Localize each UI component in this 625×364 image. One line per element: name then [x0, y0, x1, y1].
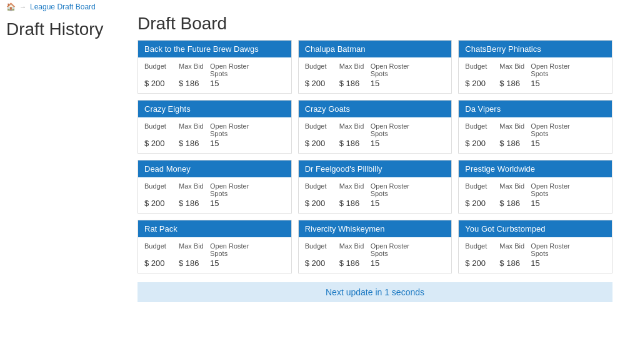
breadcrumb-link[interactable]: League Draft Board — [30, 2, 96, 11]
budget-value: $ 200 — [465, 79, 499, 88]
maxbid-value: $ 186 — [179, 258, 210, 268]
status-bar: Next update in 1 seconds — [138, 282, 612, 302]
budget-label: Budget — [465, 122, 499, 137]
openroster-value: 15 — [210, 258, 260, 268]
maxbid-value: $ 186 — [499, 199, 531, 208]
team-name: Da Vipers — [459, 101, 612, 117]
openroster-value: 15 — [210, 199, 260, 208]
team-card[interactable]: Dead Money Budget Max Bid Open Roster Sp… — [138, 160, 292, 214]
maxbid-value: $ 186 — [179, 199, 210, 208]
page-title: Draft History — [6, 19, 131, 40]
main-content: Draft Board Back to the Future Brew Dawg… — [131, 14, 619, 302]
maxbid-label: Max Bid — [499, 242, 531, 257]
stats-value-row: $ 200 $ 186 15 — [144, 258, 285, 268]
openroster-label: Open Roster Spots — [531, 242, 581, 257]
openroster-value: 15 — [210, 139, 260, 148]
team-body: Budget Max Bid Open Roster Spots $ 200 $… — [138, 237, 291, 273]
openroster-label: Open Roster Spots — [371, 242, 421, 257]
stats-label-row: Budget Max Bid Open Roster Spots — [305, 242, 446, 257]
openroster-label: Open Roster Spots — [210, 182, 260, 197]
team-body: Budget Max Bid Open Roster Spots $ 200 $… — [138, 57, 291, 93]
maxbid-label: Max Bid — [499, 62, 531, 77]
team-body: Budget Max Bid Open Roster Spots $ 200 $… — [299, 237, 452, 273]
team-body: Budget Max Bid Open Roster Spots $ 200 $… — [459, 57, 612, 93]
team-card[interactable]: Back to the Future Brew Dawgs Budget Max… — [138, 40, 292, 94]
team-name: Rat Pack — [138, 220, 291, 237]
stats-value-row: $ 200 $ 186 15 — [305, 199, 446, 208]
home-icon[interactable]: 🏠 — [6, 2, 16, 11]
budget-label: Budget — [465, 182, 499, 197]
budget-label: Budget — [305, 122, 339, 137]
team-name: Prestige Worldwide — [459, 160, 612, 177]
budget-label: Budget — [465, 62, 499, 77]
openroster-value: 15 — [371, 199, 421, 208]
openroster-label: Open Roster Spots — [531, 122, 581, 137]
openroster-label: Open Roster Spots — [531, 182, 581, 197]
openroster-label: Open Roster Spots — [371, 182, 421, 197]
openroster-value: 15 — [371, 258, 421, 268]
budget-value: $ 200 — [144, 139, 179, 148]
budget-value: $ 200 — [144, 258, 179, 268]
stats-value-row: $ 200 $ 186 15 — [144, 139, 285, 148]
openroster-label: Open Roster Spots — [210, 122, 260, 137]
team-name: Dead Money — [138, 160, 291, 177]
maxbid-value: $ 186 — [339, 258, 371, 268]
budget-value: $ 200 — [305, 139, 339, 148]
budget-value: $ 200 — [465, 258, 499, 268]
openroster-value: 15 — [210, 79, 260, 88]
stats-value-row: $ 200 $ 186 15 — [305, 258, 446, 268]
breadcrumb-bar: 🏠 → League Draft Board — [0, 0, 625, 14]
stats-value-row: $ 200 $ 186 15 — [465, 139, 606, 148]
maxbid-value: $ 186 — [339, 79, 371, 88]
budget-value: $ 200 — [305, 258, 339, 268]
budget-label: Budget — [144, 182, 179, 197]
maxbid-label: Max Bid — [339, 62, 371, 77]
maxbid-value: $ 186 — [499, 258, 531, 268]
stats-value-row: $ 200 $ 186 15 — [305, 79, 446, 88]
budget-label: Budget — [305, 62, 339, 77]
budget-label: Budget — [465, 242, 499, 257]
maxbid-label: Max Bid — [499, 182, 531, 197]
team-card[interactable]: Crazy Goats Budget Max Bid Open Roster S… — [298, 100, 452, 154]
team-card[interactable]: Chalupa Batman Budget Max Bid Open Roste… — [298, 40, 452, 94]
sidebar: Draft History — [6, 14, 131, 302]
stats-label-row: Budget Max Bid Open Roster Spots — [465, 122, 606, 137]
maxbid-label: Max Bid — [179, 122, 210, 137]
maxbid-value: $ 186 — [339, 199, 371, 208]
team-card[interactable]: Dr Feelgood's Pillbilly Budget Max Bid O… — [298, 160, 452, 214]
maxbid-label: Max Bid — [179, 242, 210, 257]
maxbid-label: Max Bid — [339, 182, 371, 197]
maxbid-value: $ 186 — [179, 79, 210, 88]
teams-grid: Back to the Future Brew Dawgs Budget Max… — [138, 40, 612, 273]
team-name: Dr Feelgood's Pillbilly — [299, 160, 452, 177]
team-card[interactable]: ChatsBerry Phinatics Budget Max Bid Open… — [458, 40, 612, 94]
team-card[interactable]: Da Vipers Budget Max Bid Open Roster Spo… — [458, 100, 612, 154]
team-card[interactable]: Prestige Worldwide Budget Max Bid Open R… — [458, 160, 612, 214]
team-card[interactable]: You Got Curbstomped Budget Max Bid Open … — [458, 220, 612, 273]
stats-label-row: Budget Max Bid Open Roster Spots — [144, 242, 285, 257]
team-body: Budget Max Bid Open Roster Spots $ 200 $… — [459, 237, 612, 273]
team-card[interactable]: Crazy Eights Budget Max Bid Open Roster … — [138, 100, 292, 154]
stats-label-row: Budget Max Bid Open Roster Spots — [305, 182, 446, 197]
team-name: You Got Curbstomped — [459, 220, 612, 237]
maxbid-label: Max Bid — [339, 122, 371, 137]
stats-value-row: $ 200 $ 186 15 — [144, 199, 285, 208]
team-name: Rivercity Whiskeymen — [299, 220, 452, 237]
team-card[interactable]: Rivercity Whiskeymen Budget Max Bid Open… — [298, 220, 452, 273]
budget-label: Budget — [305, 242, 339, 257]
team-name: Crazy Eights — [138, 101, 291, 117]
budget-value: $ 200 — [144, 199, 179, 208]
breadcrumb-arrow: → — [19, 3, 26, 11]
team-name: ChatsBerry Phinatics — [459, 41, 612, 57]
openroster-label: Open Roster Spots — [531, 62, 581, 77]
team-body: Budget Max Bid Open Roster Spots $ 200 $… — [138, 117, 291, 153]
team-body: Budget Max Bid Open Roster Spots $ 200 $… — [138, 177, 291, 213]
stats-label-row: Budget Max Bid Open Roster Spots — [465, 62, 606, 77]
stats-value-row: $ 200 $ 186 15 — [465, 199, 606, 208]
openroster-label: Open Roster Spots — [371, 122, 421, 137]
team-name: Crazy Goats — [299, 101, 452, 117]
team-card[interactable]: Rat Pack Budget Max Bid Open Roster Spot… — [138, 220, 292, 273]
maxbid-label: Max Bid — [179, 182, 210, 197]
stats-label-row: Budget Max Bid Open Roster Spots — [144, 62, 285, 77]
openroster-value: 15 — [531, 258, 581, 268]
